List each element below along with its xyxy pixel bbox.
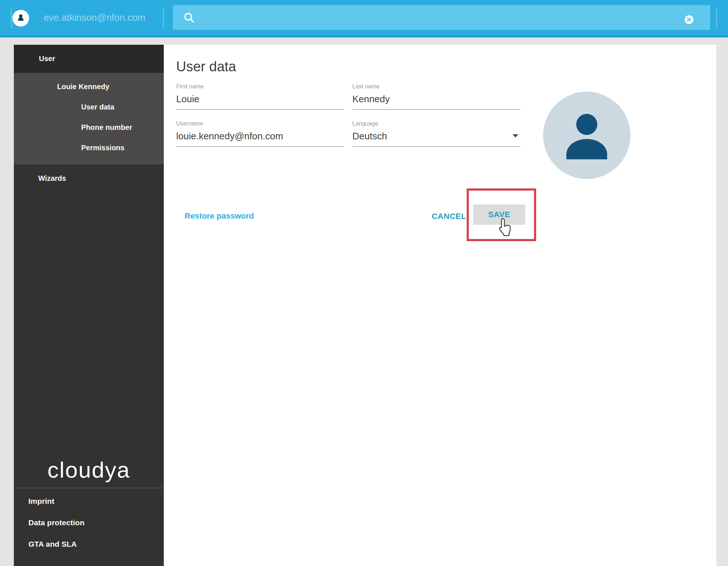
- last-name-label: Last name: [352, 83, 521, 91]
- first-name-input[interactable]: [176, 91, 344, 110]
- save-button[interactable]: SAVE: [473, 204, 525, 225]
- language-selected-value: Deutsch: [352, 131, 387, 142]
- sidebar-item-label: Phone number: [81, 123, 132, 132]
- main-content-panel: User data First name Last name Username …: [164, 45, 716, 566]
- sidebar-item-phone-number[interactable]: Phone number: [14, 117, 164, 137]
- restore-password-link[interactable]: Restore password: [185, 211, 254, 221]
- footer-link-imprint[interactable]: Imprint: [28, 497, 164, 506]
- cancel-button[interactable]: CANCEL: [430, 211, 468, 222]
- last-name-field-group: Last name: [352, 83, 521, 110]
- first-name-field-group: First name: [176, 83, 344, 110]
- last-name-input[interactable]: [352, 91, 521, 110]
- footer-link-gta-and-sla[interactable]: GTA and SLA: [28, 540, 164, 549]
- sidebar-item-user-data[interactable]: User data: [14, 97, 164, 117]
- username-field-group: Username: [176, 120, 344, 147]
- topbar-divider: [163, 8, 164, 28]
- topbar-divider: [11, 8, 12, 28]
- sidebar-item-label: Permissions: [81, 144, 124, 152]
- person-icon: [15, 12, 26, 24]
- clear-search-icon[interactable]: [684, 15, 694, 24]
- top-bar: eve.atkinson@nfon.com: [0, 0, 728, 37]
- sidebar-user-submenu: Louie Kennedy User data Phone number Per…: [14, 73, 164, 164]
- language-field-group: Language Deutsch: [352, 120, 521, 147]
- chevron-down-icon: [513, 134, 518, 137]
- footer-link-data-protection[interactable]: Data protection: [28, 518, 164, 527]
- sidebar-footer: cloudya Imprint Data protection GTA and …: [14, 451, 164, 566]
- username-input[interactable]: [176, 128, 344, 147]
- first-name-label: First name: [176, 83, 344, 91]
- sidebar-item-louie-kennedy[interactable]: Louie Kennedy: [14, 76, 164, 97]
- username-label: Username: [176, 120, 344, 128]
- sidebar-item-label: Louie Kennedy: [57, 83, 109, 91]
- language-label: Language: [352, 120, 521, 128]
- topbar-divider: [716, 8, 717, 28]
- sidebar-navigation: User Louie Kennedy User data Phone numbe…: [14, 45, 164, 566]
- account-avatar[interactable]: [12, 10, 29, 27]
- language-select[interactable]: Deutsch: [352, 128, 521, 147]
- search-input[interactable]: [201, 5, 685, 31]
- cloudya-logo: cloudya: [14, 451, 164, 488]
- sidebar-item-label: User data: [81, 103, 114, 111]
- sidebar-item-permissions[interactable]: Permissions: [14, 137, 164, 158]
- sidebar-item-user[interactable]: User: [14, 45, 164, 73]
- search-icon: [183, 12, 195, 25]
- page-title: User data: [176, 59, 236, 75]
- search-bar: [173, 5, 710, 30]
- logged-in-user-email[interactable]: eve.atkinson@nfon.com: [44, 0, 145, 35]
- person-icon: [543, 91, 630, 180]
- sidebar-item-label: User: [39, 55, 55, 63]
- profile-avatar[interactable]: [543, 92, 630, 179]
- sidebar-item-label: Wizards: [38, 174, 66, 183]
- sidebar-item-wizards[interactable]: Wizards: [14, 167, 164, 189]
